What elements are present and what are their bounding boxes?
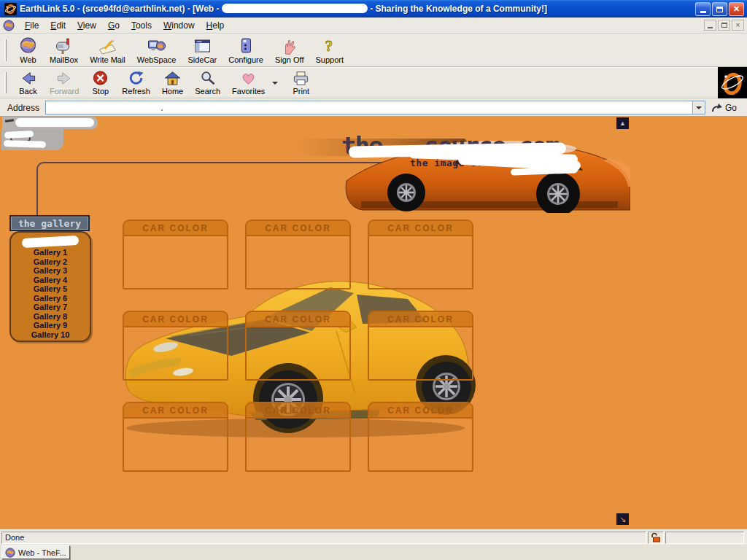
car-color-label: CAR COLOR [265, 223, 331, 233]
gallery-link-9[interactable]: Gallery 9 [11, 321, 90, 330]
back-arrow-icon [18, 70, 38, 88]
mdi-restore-button[interactable] [718, 20, 730, 31]
webspace-button-label: WebSpace [137, 55, 177, 64]
car-color-box-6[interactable]: CAR COLOR [368, 311, 473, 381]
car-color-label: CAR COLOR [142, 405, 209, 416]
go-button[interactable]: Go [711, 103, 737, 113]
sign-off-button[interactable]: Sign Off [269, 36, 310, 65]
minimize-icon [708, 27, 713, 28]
mdi-close-button[interactable]: × [732, 20, 744, 31]
gallery-link-10[interactable]: Gallery 10 [11, 330, 90, 340]
favorites-button[interactable]: Favorites [226, 69, 271, 97]
pen-mark [5, 119, 14, 122]
search-button-label: Search [195, 87, 220, 96]
menu-view[interactable]: View [71, 19, 102, 32]
mailbox-button[interactable]: MailBox [44, 36, 84, 65]
gallery-link-8[interactable]: Gallery 8 [11, 312, 90, 322]
car-color-box-3[interactable]: CAR COLOR [368, 219, 473, 289]
status-bar: Done [0, 529, 747, 545]
home-button[interactable]: Home [156, 69, 189, 97]
earthlink-orbit-icon [719, 69, 746, 97]
gallery-link-7[interactable]: Gallery 7 [11, 303, 90, 312]
search-button[interactable]: Search [189, 69, 226, 97]
menu-help[interactable]: Help [201, 19, 231, 32]
menu-window[interactable]: Window [158, 19, 201, 32]
earthlink-browser-window: EarthLink 5.0 - (srce94fd@earthlink.net)… [0, 0, 747, 560]
menu-go[interactable]: Go [102, 19, 125, 32]
car-color-box-9[interactable]: CAR COLOR [368, 402, 473, 472]
car-color-box-header: CAR COLOR [124, 312, 227, 327]
web-window-task-button[interactable]: Web - TheF... [1, 545, 70, 559]
minimize-button[interactable] [695, 2, 711, 16]
web-button-label: Web [20, 55, 36, 64]
back-button[interactable]: Back [12, 69, 44, 97]
car-color-box-4[interactable]: CAR COLOR [123, 311, 228, 381]
car-color-box-1[interactable]: CAR COLOR [123, 219, 228, 289]
gallery-link-4[interactable]: Gallery 4 [11, 276, 90, 285]
restore-icon [721, 23, 727, 28]
support-button[interactable]: ? Support [309, 36, 349, 65]
favorites-dropdown-caret[interactable] [272, 82, 278, 85]
gallery-link-6[interactable]: Gallery 6 [11, 294, 90, 303]
car-color-label: CAR COLOR [387, 314, 454, 324]
car-color-box-header: CAR COLOR [124, 403, 227, 419]
print-button[interactable]: Print [285, 69, 317, 97]
web-button[interactable]: Web [12, 36, 44, 65]
web-globe-icon [18, 36, 38, 55]
go-button-label: Go [725, 103, 737, 113]
page-scroll-down-button[interactable]: ↘ [616, 513, 629, 525]
car-color-box-header: CAR COLOR [369, 221, 472, 236]
gallery-link-2[interactable]: Gallery 2 [11, 257, 90, 267]
toolbar-grip[interactable] [4, 39, 7, 62]
gallery-menu-header: the gallery [9, 215, 90, 231]
car-color-box-8[interactable]: CAR COLOR [245, 402, 351, 472]
toolbar-grip[interactable] [4, 72, 7, 93]
menu-bar: File Edit View Go Tools Window Help × [0, 18, 747, 34]
arrow-down-right-icon: ↘ [619, 516, 626, 524]
address-input[interactable] [46, 101, 705, 114]
address-bar: Address Go [0, 98, 747, 117]
menu-tools[interactable]: Tools [125, 19, 158, 32]
car-color-label: CAR COLOR [142, 223, 209, 233]
refresh-icon [126, 70, 146, 88]
favorites-heart-icon [239, 70, 258, 88]
sign-off-hand-icon [279, 36, 299, 55]
write-mail-button[interactable]: Write Mail [84, 36, 131, 65]
configure-button[interactable]: Configure [222, 36, 269, 65]
search-icon [198, 70, 217, 88]
forward-arrow-icon [55, 70, 74, 88]
minimize-icon [700, 11, 706, 13]
restore-button[interactable] [712, 2, 727, 16]
mdi-minimize-button[interactable] [704, 20, 716, 31]
back-button-label: Back [19, 87, 36, 96]
car-color-box-5[interactable]: CAR COLOR [245, 311, 351, 381]
webspace-button[interactable]: WebSpace [131, 36, 182, 65]
censor-scribble [4, 140, 46, 148]
car-color-label: CAR COLOR [387, 223, 454, 233]
car-color-box-header: CAR COLOR [369, 403, 472, 419]
car-color-box-2[interactable]: CAR COLOR [245, 219, 351, 289]
support-question-icon: ? [320, 36, 339, 55]
print-button-label: Print [293, 87, 310, 96]
close-button[interactable]: ✕ [729, 2, 744, 16]
sidecar-button[interactable]: SideCar [182, 36, 222, 65]
sign-off-button-label: Sign Off [275, 55, 304, 64]
address-dropdown-button[interactable] [692, 101, 705, 114]
gallery-link-3[interactable]: Gallery 3 [11, 266, 90, 276]
refresh-button[interactable]: Refresh [116, 69, 156, 97]
webspace-icon [147, 36, 166, 55]
menu-edit[interactable]: Edit [44, 19, 71, 32]
censor-dot [161, 109, 163, 111]
unlocked-padlock-icon [651, 532, 661, 542]
stop-button[interactable]: Stop [85, 69, 116, 97]
gallery-link-1[interactable]: Gallery 1 [11, 248, 90, 257]
gallery-link-5[interactable]: Gallery 5 [11, 284, 90, 294]
support-button-label: Support [315, 55, 344, 64]
car-color-box-7[interactable]: CAR COLOR [123, 402, 228, 472]
menu-file[interactable]: File [19, 19, 44, 32]
page-scroll-up-button[interactable]: ▲ [616, 117, 629, 129]
stop-icon [90, 70, 110, 88]
security-panel [648, 532, 664, 544]
forward-button[interactable]: Forward [44, 69, 85, 97]
car-color-box-header: CAR COLOR [247, 221, 349, 236]
